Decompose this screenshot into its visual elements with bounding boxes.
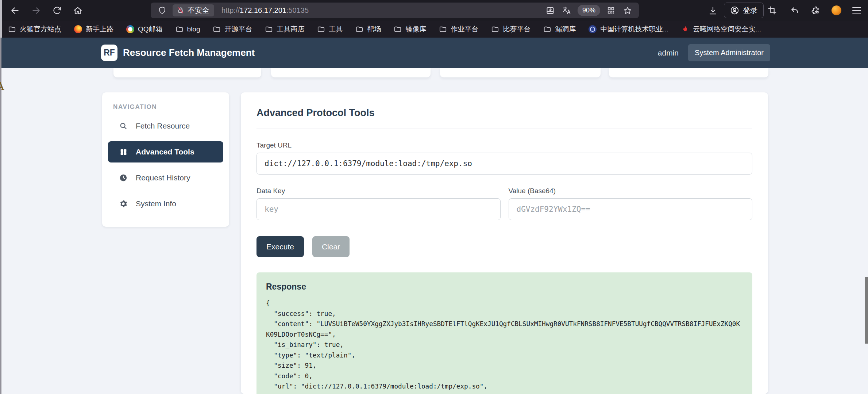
card-stub [113,68,261,77]
downloads-icon[interactable] [706,3,720,18]
folder-icon [8,25,16,33]
card-stub [440,68,601,77]
lock-slash-icon [177,7,184,14]
folder-icon [175,25,184,33]
bookmark-item[interactable]: 作业平台 [439,24,478,34]
bookmark-item[interactable]: 工具商店 [265,24,304,34]
folder-icon [317,25,325,33]
sidebar-item-advanced-tools[interactable]: Advanced Tools [108,141,223,162]
screen-edge-artifact [0,0,2,38]
url-port: :50135 [286,6,309,14]
flame-icon [681,25,689,33]
advanced-tools-panel: Advanced Protocol Tools Target URL Data … [241,92,768,394]
divider [256,129,752,129]
url-host: 172.16.17.201 [240,6,286,14]
grid-icon [119,148,128,156]
bookmark-item[interactable]: 漏洞库 [543,24,576,34]
page-scrollbar-thumb[interactable] [865,277,868,344]
sidebar-heading: NAVIGATION [108,103,223,111]
bookmark-item[interactable]: 工具 [317,24,343,34]
desktop-artifact-letter: A [0,80,4,92]
menu-hamburger-icon[interactable] [849,3,864,18]
value-base64-input[interactable] [509,198,753,220]
username-label: admin [658,49,679,57]
search-icon [119,122,128,130]
response-heading: Response [266,282,743,292]
sidebar-item-fetch-resource[interactable]: Fetch Resource [108,115,223,137]
folder-icon [394,25,402,33]
qq-icon [126,25,134,33]
folder-icon [491,25,499,33]
app-header: RF Resource Fetch Management admin Syste… [0,38,868,68]
save-to-pocket-icon[interactable] [544,4,556,17]
browser-toolbar: 不安全 http://172.16.17.201:50135 90% 登录 [0,0,868,21]
url-scheme: http:// [221,6,240,14]
folder-icon [543,25,551,33]
page-content: RF Resource Fetch Management admin Syste… [0,38,868,394]
login-label: 登录 [743,5,757,15]
undo-arrow-icon[interactable] [787,3,802,18]
screenshot-crop-icon[interactable] [765,3,779,18]
bookmark-item[interactable]: 比赛平台 [491,24,531,34]
account-login-button[interactable]: 登录 [724,3,764,18]
bookmarks-bar: 火狐官方站点 新手上路 QQ邮箱 blog 开源平台 工具商店 工具 靶场 镜像… [0,21,868,38]
folder-icon [213,25,221,33]
shield-icon[interactable] [156,4,168,17]
sidebar-item-label: System Info [136,199,176,208]
target-url-input[interactable] [256,153,752,175]
card-stub [271,68,431,77]
insecure-label: 不安全 [188,5,209,15]
execute-button[interactable]: Execute [256,236,304,257]
reload-button[interactable] [50,4,64,18]
bookmark-item[interactable]: 火狐官方站点 [8,24,61,34]
home-button[interactable] [71,4,85,18]
response-json: { "success": true, "content": "LUVSUiBTe… [266,298,743,394]
sidebar-item-label: Advanced Tools [136,148,194,156]
bookmark-item[interactable]: QQ邮箱 [126,24,163,34]
value-base64-label: Value (Base64) [509,187,753,195]
bookmark-item[interactable]: 靶场 [355,24,381,34]
bookmark-star-icon[interactable] [621,4,634,17]
role-badge[interactable]: System Administrator [688,44,770,61]
sidebar-item-label: Request History [136,173,190,182]
url-text[interactable]: http://172.16.17.201:50135 [221,6,309,15]
sidebar-item-system-info[interactable]: System Info [108,193,223,214]
folder-icon [439,25,447,33]
response-panel: Response { "success": true, "content": "… [256,272,752,394]
data-key-input[interactable] [256,198,501,220]
clock-icon [119,173,128,182]
sidebar-item-request-history[interactable]: Request History [108,167,223,188]
account-icon [730,6,739,15]
app-logo: RF [101,45,117,61]
sidebar: NAVIGATION Fetch Resource Advanced Tools… [102,92,229,227]
back-button[interactable] [8,4,22,18]
translate-icon[interactable] [561,4,573,17]
address-bar[interactable]: 不安全 http://172.16.17.201:50135 90% [151,3,639,18]
bookmark-item[interactable]: 新手上路 [74,24,113,34]
card-stub [609,68,768,77]
panel-title: Advanced Protocol Tools [256,107,752,119]
cn-badge-icon [589,25,597,33]
clear-button[interactable]: Clear [312,236,350,257]
app-title: Resource Fetch Management [123,38,255,68]
folder-icon [265,25,273,33]
bookmark-item[interactable]: 镜像库 [394,24,426,34]
forward-button[interactable] [29,4,43,18]
insecure-connection-chip[interactable]: 不安全 [173,4,214,16]
extension-addon-icon[interactable] [829,3,844,18]
sidebar-item-label: Fetch Resource [136,122,190,130]
bookmark-item[interactable]: 云曦网络空间安全实... [681,24,761,34]
extensions-puzzle-icon[interactable] [809,3,823,18]
zoom-level-indicator[interactable]: 90% [578,5,600,16]
gear-icon [119,199,128,208]
data-key-label: Data Key [256,187,501,195]
bookmark-item[interactable]: 开源平台 [213,24,252,34]
folder-icon [355,25,363,33]
firefox-icon [74,25,82,33]
bookmark-item[interactable]: blog [175,25,200,33]
bookmark-item[interactable]: 中国计算机技术职业... [589,24,668,34]
qr-code-icon[interactable] [605,4,617,17]
target-url-label: Target URL [256,141,752,149]
